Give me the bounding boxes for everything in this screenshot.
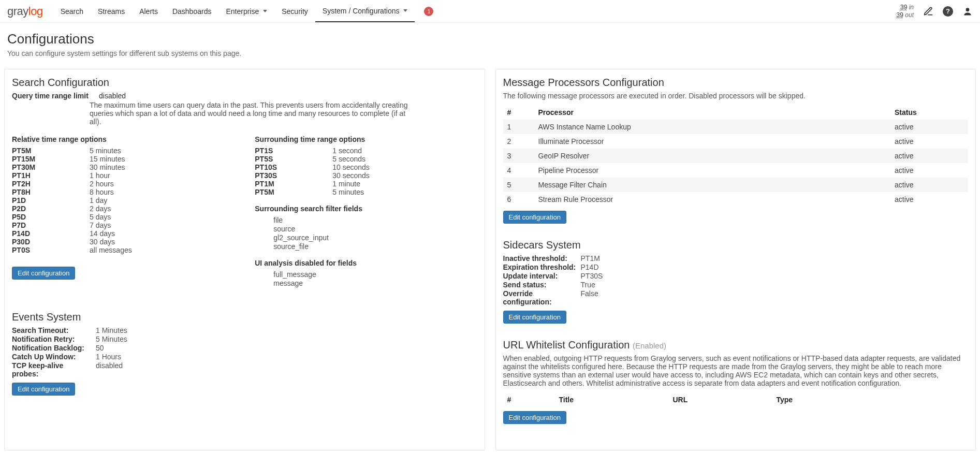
- help-icon[interactable]: ?: [943, 6, 953, 17]
- list-item: message: [273, 279, 477, 287]
- filter-fields-title: Surrounding search filter fields: [255, 205, 477, 213]
- kv-value: disabled: [96, 361, 123, 378]
- kv-value: 30 seconds: [332, 171, 370, 180]
- events-system-section: Events System Search Timeout:1 MinutesNo…: [12, 311, 477, 396]
- kv-key: PT30M: [12, 163, 90, 171]
- kv-value: 5 minutes: [332, 188, 364, 196]
- kv-row: Update interval:PT30S: [503, 272, 969, 280]
- nav-label: Streams: [98, 7, 125, 16]
- nav-streams[interactable]: Streams: [91, 1, 132, 22]
- nav-label: Security: [282, 7, 308, 16]
- table-row: 1AWS Instance Name Lookupactive: [503, 120, 969, 134]
- cell-processor: Message Filter Chain: [534, 178, 891, 192]
- limit-description: The maximum time users can query data in…: [90, 101, 411, 126]
- kv-row: PT5M5 minutes: [255, 188, 477, 196]
- cell-num: 1: [503, 120, 534, 134]
- cell-status: active: [890, 178, 968, 192]
- edit-events-config-button[interactable]: Edit configuration: [12, 383, 75, 396]
- disabled-fields-section: UI analysis disabled for fields full_mes…: [255, 259, 477, 287]
- edit-whitelist-config-button[interactable]: Edit configuration: [503, 411, 566, 424]
- nav-enterprise[interactable]: Enterprise: [218, 1, 274, 22]
- sidecars-list: Inactive threshold:PT1MExpiration thresh…: [503, 254, 969, 306]
- nav-security[interactable]: Security: [274, 1, 315, 22]
- kv-value: 1 Minutes: [96, 326, 127, 334]
- whitelist-title-text: URL Whitelist Configuration: [503, 339, 630, 351]
- processors-title: Message Processors Configuration: [503, 77, 969, 89]
- kv-key: P2D: [12, 205, 90, 213]
- throughput-out-value: 39: [897, 11, 903, 19]
- edit-sidecars-config-button[interactable]: Edit configuration: [503, 311, 566, 324]
- kv-value: P14D: [581, 263, 599, 271]
- list-item: full_message: [273, 270, 477, 279]
- nav-dashboards[interactable]: Dashboards: [165, 1, 219, 22]
- col-num: #: [503, 392, 555, 407]
- logo[interactable]: graylog: [7, 5, 43, 18]
- kv-value: 1 day: [90, 196, 107, 205]
- relative-list: PT5M5 minutesPT15M15 minutesPT30M30 minu…: [12, 147, 234, 254]
- table-row: 6Stream Rule Processoractive: [503, 192, 969, 207]
- nav-search[interactable]: Search: [53, 1, 91, 22]
- col-processor: Processor: [534, 105, 891, 120]
- message-processors-section: Message Processors Configuration The fol…: [503, 77, 969, 224]
- kv-row: Inactive threshold:PT1M: [503, 254, 969, 262]
- col-status: Status: [890, 105, 968, 120]
- kv-row: PT5S5 seconds: [255, 155, 477, 163]
- kv-key: Search Timeout:: [12, 326, 90, 334]
- kv-row: P1D1 day: [12, 196, 234, 205]
- whitelist-title: URL Whitelist Configuration (Enabled): [503, 339, 969, 351]
- kv-value: 14 days: [90, 229, 115, 238]
- kv-row: PT1M1 minute: [255, 180, 477, 188]
- relative-time-range-section: Relative time range options PT5M5 minute…: [12, 135, 234, 254]
- kv-key: Notification Retry:: [12, 335, 90, 343]
- kv-row: PT2H2 hours: [12, 180, 234, 188]
- kv-value: 50: [96, 344, 104, 352]
- kv-key: PT0S: [12, 246, 90, 254]
- kv-key: PT2H: [12, 180, 90, 188]
- edit-search-config-button[interactable]: Edit configuration: [12, 267, 75, 280]
- notification-badge[interactable]: 1: [424, 7, 433, 16]
- whitelist-desc: When enabled, outgoing HTTP requests fro…: [503, 354, 969, 387]
- edit-processors-config-button[interactable]: Edit configuration: [503, 211, 566, 224]
- sidecars-title: Sidecars System: [503, 239, 969, 251]
- kv-value: 5 minutes: [90, 147, 121, 155]
- kv-key: PT15M: [12, 155, 90, 163]
- navbar: graylog Search Streams Alerts Dashboards…: [0, 0, 980, 23]
- kv-value: 30 days: [90, 238, 115, 246]
- col-type: Type: [772, 392, 969, 407]
- kv-row: Notification Backlog:50: [12, 344, 477, 352]
- throughput-in-label: in: [909, 4, 914, 11]
- kv-value: 8 hours: [90, 188, 114, 196]
- disabled-fields-title: UI analysis disabled for fields: [255, 259, 477, 267]
- kv-row: PT8H8 hours: [12, 188, 234, 196]
- edit-icon[interactable]: [923, 6, 933, 17]
- list-item: file: [273, 216, 477, 224]
- processors-desc: The following message processors are exe…: [503, 92, 969, 100]
- col-num: #: [503, 105, 534, 120]
- user-icon[interactable]: [962, 6, 973, 17]
- kv-key: PT30S: [255, 171, 332, 180]
- kv-key: Catch Up Window:: [12, 353, 90, 361]
- cell-processor: AWS Instance Name Lookup: [534, 120, 891, 134]
- kv-row: P7D7 days: [12, 221, 234, 229]
- kv-key: P30D: [12, 238, 90, 246]
- caret-down-icon: [403, 9, 407, 12]
- throughput-out-label: out: [905, 11, 914, 19]
- cell-processor: Stream Rule Processor: [534, 192, 891, 207]
- nav-system-configurations[interactable]: System / Configurations: [315, 1, 415, 22]
- list-item: source: [273, 225, 477, 233]
- nav-items: Search Streams Alerts Dashboards Enterpr…: [53, 1, 434, 22]
- cell-num: 6: [503, 192, 534, 207]
- kv-row: Expiration threshold:P14D: [503, 263, 969, 271]
- table-row: 2Illuminate Processoractive: [503, 134, 969, 149]
- kv-row: Send status:True: [503, 281, 969, 289]
- throughput-indicator[interactable]: 39 in 39 out: [897, 4, 914, 19]
- url-whitelist-section: URL Whitelist Configuration (Enabled) Wh…: [503, 339, 969, 424]
- kv-key: Send status:: [503, 281, 581, 289]
- right-column: Message Processors Configuration The fol…: [495, 69, 976, 450]
- limit-label: Query time range limit: [12, 92, 90, 100]
- nav-alerts[interactable]: Alerts: [132, 1, 165, 22]
- cell-status: active: [890, 134, 968, 149]
- kv-row: Catch Up Window:1 Hours: [12, 353, 477, 361]
- kv-row: P2D2 days: [12, 205, 234, 213]
- search-config-title: Search Configuration: [12, 77, 477, 89]
